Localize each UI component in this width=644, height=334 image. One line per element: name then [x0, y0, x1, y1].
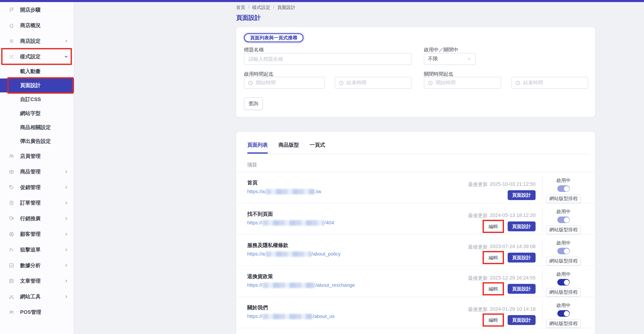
- tab-product-template[interactable]: 商品版型: [278, 142, 299, 154]
- tab-one-page[interactable]: 一頁式: [310, 142, 325, 154]
- sidebar-subitem-custom-css[interactable]: 自訂CSS: [0, 93, 74, 107]
- row-divider-vertical: [542, 301, 542, 324]
- sidebar-item-label: 商店設定: [20, 38, 41, 45]
- chevron-right-icon: [64, 247, 68, 252]
- clock-icon: [248, 80, 253, 85]
- page-url-link[interactable]: https://a .tw: [247, 188, 321, 194]
- sidebar-item-label: 商品管理: [20, 168, 41, 175]
- last-updated: 最後更新2023-07-24 14:39:08: [468, 244, 536, 250]
- site-template-schedule-button[interactable]: 網站版型排程: [546, 288, 581, 297]
- edit-button[interactable]: 編輯: [484, 284, 502, 293]
- site-template-schedule-button[interactable]: 網站版型排程: [546, 319, 581, 328]
- sidebar-item-store-settings[interactable]: 商店設定: [0, 33, 74, 49]
- sidebar-subitem-product-settings[interactable]: 商品相關設定: [0, 120, 74, 134]
- sidebar-item-label: 開店步驟: [20, 6, 41, 13]
- status-badge: 啟用中: [556, 302, 571, 308]
- tab-page-list[interactable]: 頁面列表: [247, 142, 268, 154]
- flag-icon: [8, 7, 15, 13]
- site-template-schedule-button[interactable]: 網站版型排程: [546, 194, 581, 203]
- sidebar-item-label: 網站工具: [20, 293, 41, 300]
- target-icon: [8, 247, 15, 253]
- page-title-cell: 找不到頁面: [247, 211, 273, 218]
- page-title-cell: 首頁: [247, 180, 258, 186]
- sidebar-subitem-site-font[interactable]: 網站字型: [0, 107, 74, 121]
- page-url-link[interactable]: https://a /about_policy: [247, 251, 341, 257]
- chevron-right-icon: [64, 169, 68, 174]
- enable-toggle[interactable]: [558, 310, 570, 316]
- chart-icon: [8, 262, 15, 268]
- page-design-button[interactable]: 頁面設計: [508, 315, 536, 325]
- edit-button[interactable]: 編輯: [484, 222, 502, 231]
- status-badge: 啟用中: [556, 240, 571, 246]
- date-placeholder: 開始時間: [256, 79, 276, 86]
- page-url-link[interactable]: https:// /404: [247, 220, 334, 226]
- date-placeholder: 結束時間: [523, 79, 543, 86]
- close-start-time-input[interactable]: 開始時間: [424, 77, 501, 89]
- page-design-button[interactable]: 頁面設計: [508, 190, 536, 200]
- sidebar-subitem-loading-animation[interactable]: 載入動畫: [0, 65, 74, 79]
- breadcrumb-style-settings[interactable]: 樣式設定: [252, 5, 270, 11]
- status-column: 啟用中 網站版型排程: [546, 203, 581, 234]
- sidebar-item-marketing-promotion[interactable]: 行銷推廣: [0, 211, 74, 226]
- top-accent-bar: [0, 0, 644, 2]
- enable-toggle[interactable]: [558, 279, 570, 285]
- sidebar-item-customer-management[interactable]: 顧客管理: [0, 226, 74, 242]
- sidebar-item-pos-management[interactable]: POS管理: [0, 304, 74, 320]
- row-divider-vertical: [542, 238, 542, 262]
- enable-time-range-label: 啟用時間起迄: [244, 71, 274, 78]
- home-icon: [8, 23, 15, 28]
- enable-end-time-input[interactable]: 結束時間: [335, 77, 412, 89]
- sidebar-subitem-popup-ad-settings[interactable]: 彈出廣告設定: [0, 134, 74, 148]
- title-name-label: 標題名稱: [244, 47, 264, 54]
- table-row: 退換貨政策 https:// /about_rexchange 最後更新2023…: [236, 266, 595, 297]
- site-template-schedule-button[interactable]: 網站版型排程: [546, 225, 581, 234]
- sidebar-item-data-analytics[interactable]: 數據分析: [0, 258, 74, 273]
- blurred-url-segment: [262, 282, 315, 288]
- page-design-button[interactable]: 頁面設計: [508, 221, 536, 231]
- page-title-cell: 服務及隱私權條款: [247, 242, 288, 249]
- enable-start-time-input[interactable]: 開始時間: [244, 77, 325, 89]
- sidebar-item-order-management[interactable]: 訂單管理: [0, 195, 74, 211]
- status-select[interactable]: 不限: [424, 53, 476, 65]
- breadcrumb: 首頁 / 樣式設定 / 頁面設計: [236, 5, 295, 11]
- query-button[interactable]: 查詢: [244, 97, 263, 110]
- enable-toggle[interactable]: [558, 248, 570, 254]
- sidebar-item-staff-management[interactable]: 店員管理: [0, 148, 74, 164]
- edit-button[interactable]: 編輯: [484, 253, 502, 262]
- page-url-link[interactable]: https:// /about_us: [247, 313, 335, 319]
- blurred-url-segment: [265, 251, 311, 257]
- list-tabs: 頁面列表 商品版型 一頁式: [247, 142, 325, 154]
- sidebar-item-product-management[interactable]: 商品管理: [0, 164, 74, 180]
- date-placeholder: 開始時間: [436, 79, 456, 86]
- sidebar-item-store-overview[interactable]: 商店概況: [0, 18, 74, 34]
- sidebar-item-label: 文章管理: [20, 278, 41, 284]
- page-design-button[interactable]: 頁面設計: [508, 284, 536, 294]
- clock-icon: [516, 80, 520, 85]
- enable-toggle[interactable]: [558, 185, 570, 192]
- chevron-right-icon: [64, 294, 68, 299]
- page-url-link[interactable]: https:// /about_rexchange: [247, 282, 355, 288]
- sidebar-item-site-tools[interactable]: 網站工具: [0, 289, 74, 304]
- sidebar-item-label: 樣式設定: [20, 53, 41, 60]
- sidebar-item-article-management[interactable]: 文章管理: [0, 273, 74, 289]
- chevron-right-icon: [64, 216, 68, 221]
- sidebar-subitem-page-design[interactable]: 頁面設計: [0, 79, 74, 93]
- page-design-button[interactable]: 頁面設計: [508, 253, 536, 263]
- sidebar-item-store-steps[interactable]: 開店步驟: [0, 2, 74, 18]
- row-actions: 編輯 頁面設計: [482, 314, 536, 326]
- close-end-time-input[interactable]: 結束時間: [511, 77, 588, 89]
- blurred-url-segment: [262, 314, 312, 319]
- status-badge: 啟用中: [556, 271, 571, 277]
- title-name-input[interactable]: [244, 53, 412, 65]
- sidebar-item-sniper-follow-order[interactable]: 狙擊追單: [0, 242, 74, 258]
- sidebar-item-style-settings[interactable]: 樣式設定: [0, 49, 74, 65]
- url-suffix: /about_rexchange: [316, 282, 355, 288]
- edit-button[interactable]: 編輯: [484, 315, 502, 324]
- breadcrumb-home[interactable]: 首頁: [236, 5, 245, 11]
- sidebar-item-promotion-management[interactable]: 促銷管理: [0, 180, 74, 195]
- chevron-right-icon: [64, 185, 68, 190]
- url-prefix: https://: [247, 313, 262, 319]
- site-template-schedule-button[interactable]: 網站版型排程: [546, 257, 581, 265]
- enable-toggle[interactable]: [558, 216, 570, 223]
- sidebar-item-label: 頁面設計: [20, 82, 41, 89]
